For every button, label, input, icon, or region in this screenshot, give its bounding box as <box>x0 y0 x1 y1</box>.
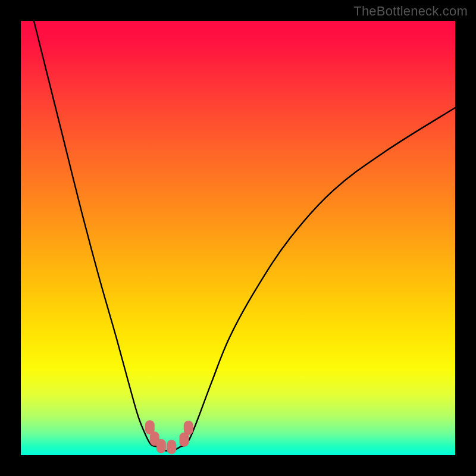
chart-svg <box>21 21 455 455</box>
watermark-text: TheBottleneck.com <box>353 4 468 19</box>
bottleneck-curve <box>34 21 455 451</box>
marker-group <box>145 420 193 454</box>
curve-marker <box>167 440 176 454</box>
curve-marker <box>184 421 193 435</box>
chart-frame: TheBottleneck.com <box>0 0 476 476</box>
curve-marker <box>156 439 166 453</box>
